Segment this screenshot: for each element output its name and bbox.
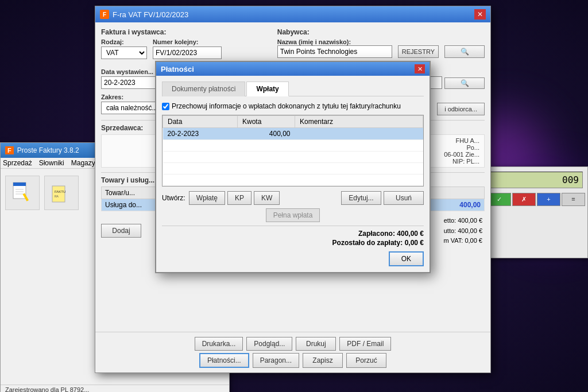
bg-status-bar: Zarejestrowano dla PL 8792... <box>1 385 229 392</box>
calc-buttons: ✓ ✗ + = <box>485 193 587 206</box>
dialog-close-btn[interactable]: ✕ <box>415 64 425 73</box>
payment-empty-1 <box>163 140 423 152</box>
col-kwota: Kwota <box>238 116 295 128</box>
pozostalo-row: Pozostało do zapłaty: 0,00 € <box>162 239 424 247</box>
pozostalo-value: 0,00 € <box>405 239 424 247</box>
dialog-overlay: Płatności ✕ Dokumenty płatności Wpłaty P… <box>95 6 490 372</box>
bg-window-title: Proste Faktury 3.8.2 <box>17 146 79 154</box>
kw-btn[interactable]: KW <box>254 191 280 205</box>
dialog-action-row-1: Utwórz: Wpłatę KP KW Edytuj... Usuń <box>162 191 424 205</box>
zaplacono-label: Zapłacono: <box>358 230 395 238</box>
dialog-divider <box>162 226 424 226</box>
payment-empty-2 <box>163 152 423 163</box>
faktura-icon <box>5 176 40 210</box>
dialog-title: Płatności <box>161 65 194 73</box>
calc-btn-eq[interactable]: = <box>562 193 585 206</box>
usun-btn[interactable]: Usuń <box>384 191 424 205</box>
utworz-label: Utwórz: <box>162 194 185 202</box>
dialog-titlebar: Płatności ✕ <box>156 62 430 76</box>
dialog-content: Dokumenty płatności Wpłaty Przechowuj in… <box>156 76 430 272</box>
payments-table: Data Kwota Komentarz 20-2-2023 400,00 <box>163 115 423 186</box>
calc-btn-x[interactable]: ✗ <box>512 193 536 206</box>
pozostalo-label: Pozostało do zapłaty: <box>332 239 403 247</box>
zaplacono-value: 400,00 € <box>397 230 424 238</box>
payments-dialog: Płatności ✕ Dokumenty płatności Wpłaty P… <box>155 61 431 273</box>
calc-display: 009 <box>490 172 583 188</box>
bg-title-icon: F <box>5 146 14 154</box>
pelna-wplata-btn[interactable]: Pełna wpłata <box>266 208 320 222</box>
dialog-action-row-2: Pełna wpłata <box>162 208 424 222</box>
faktura2-icon: FAKTU RA <box>44 176 79 210</box>
col-data: Data <box>163 116 238 128</box>
przechowuj-checkbox[interactable] <box>162 103 169 110</box>
calc-btn-check[interactable]: ✓ <box>488 193 511 206</box>
dialog-ok-row: OK <box>162 251 424 266</box>
payment-amount: 400,00 <box>238 128 295 140</box>
calc-btn-plus[interactable]: + <box>537 193 560 206</box>
svg-rect-1 <box>13 183 26 186</box>
payment-comment <box>295 128 423 140</box>
payment-empty-4 <box>163 174 423 186</box>
checkbox-row: Przechowuj informacje o wpłatach dokonan… <box>162 102 424 110</box>
tab-wplaty[interactable]: Wpłaty <box>246 81 288 96</box>
wplate-btn[interactable]: Wpłatę <box>189 191 225 205</box>
edytuj-btn[interactable]: Edytuj... <box>341 191 381 205</box>
zaplacono-row: Zapłacono: 400,00 € <box>162 230 424 238</box>
payment-empty-3 <box>163 163 423 174</box>
bg-menu-slowniki[interactable]: Słowniki <box>39 159 64 167</box>
bg-status-text: Zarejestrowano dla PL 8792... <box>5 386 89 392</box>
main-window: F F-ra VAT FV/1/02/2023 ✕ Faktura i wyst… <box>95 6 491 373</box>
bg-menu-sprzedaz[interactable]: Sprzedaż <box>3 159 32 167</box>
kp-btn[interactable]: KP <box>227 191 252 205</box>
przechowuj-label: Przechowuj informacje o wpłatach dokonan… <box>172 102 401 110</box>
calculator-widget: 009 ✓ ✗ + = <box>485 166 588 258</box>
svg-text:FAKTU: FAKTU <box>55 190 65 193</box>
svg-rect-6 <box>52 186 65 202</box>
payments-table-header: Data Kwota Komentarz <box>163 116 423 128</box>
tab-dokumenty[interactable]: Dokumenty płatności <box>162 81 245 96</box>
tab-bar: Dokumenty płatności Wpłaty <box>162 81 424 96</box>
payment-date: 20-2-2023 <box>163 128 238 140</box>
payments-table-container: Data Kwota Komentarz 20-2-2023 400,00 <box>162 115 424 187</box>
col-komentarz: Komentarz <box>295 116 423 128</box>
svg-text:RA: RA <box>55 195 59 198</box>
payment-summary: Zapłacono: 400,00 € Pozostało do zapłaty… <box>162 230 424 247</box>
ok-btn[interactable]: OK <box>389 251 424 266</box>
payment-row-1[interactable]: 20-2-2023 400,00 <box>163 128 423 140</box>
